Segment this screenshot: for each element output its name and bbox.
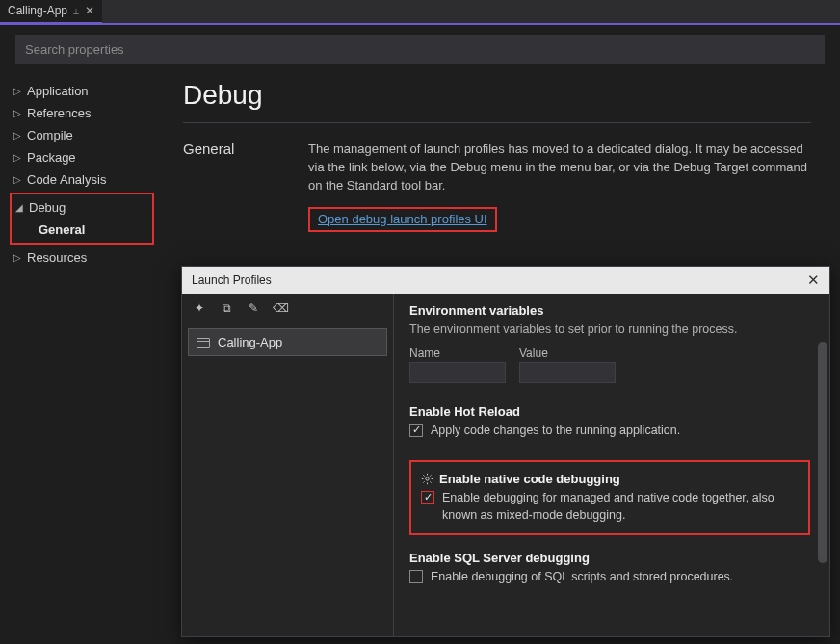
sql-debug-checkbox[interactable] — [409, 570, 423, 583]
sidebar-debug-highlight: ◢Debug General — [10, 193, 154, 245]
sidebar-item-application[interactable]: ▷Application — [10, 80, 154, 102]
section-body: The management of launch profiles has mo… — [308, 141, 811, 232]
hot-reload-group: Enable Hot Reload Apply code changes to … — [409, 404, 810, 440]
tab-bar: Calling-App ⟂ ✕ — [0, 0, 840, 25]
launch-profiles-link-highlight: Open debug launch profiles UI — [308, 207, 497, 233]
chevron-right-icon: ▷ — [13, 86, 27, 96]
sql-debug-group: Enable SQL Server debugging Enable debug… — [409, 551, 810, 586]
dialog-right-panel: Environment variables The environment va… — [394, 294, 829, 636]
svg-point-0 — [426, 477, 429, 480]
section-description: The management of launch profiles has mo… — [308, 141, 811, 195]
gear-icon — [421, 473, 433, 485]
project-icon — [197, 338, 210, 348]
profile-toolbar: ✦ ⧉ ✎ ⌫ — [182, 294, 393, 322]
content-area: Debug General The management of launch p… — [154, 70, 840, 269]
dialog-titlebar: Launch Profiles ✕ — [182, 267, 829, 294]
search-input[interactable] — [15, 35, 825, 64]
sidebar-item-resources[interactable]: ▷Resources — [10, 246, 154, 269]
delete-profile-icon[interactable]: ⌫ — [273, 300, 288, 316]
env-name-label: Name — [409, 347, 506, 360]
hot-reload-label: Apply code changes to the running applic… — [431, 423, 680, 440]
sidebar-item-code-analysis[interactable]: ▷Code Analysis — [10, 168, 154, 191]
launch-profiles-dialog: Launch Profiles ✕ ✦ ⧉ ✎ ⌫ Calling-App En… — [181, 266, 830, 637]
profile-name: Calling-App — [218, 335, 282, 349]
dialog-left-panel: ✦ ⧉ ✎ ⌫ Calling-App — [182, 294, 394, 636]
tab-title: Calling-App — [8, 4, 67, 17]
sidebar-item-references[interactable]: ▷References — [10, 102, 154, 124]
sidebar-item-debug[interactable]: ◢Debug — [12, 196, 152, 219]
sidebar-item-compile[interactable]: ▷Compile — [10, 124, 154, 146]
native-debug-label: Enable debugging for managed and native … — [442, 490, 799, 524]
env-desc: The environment variables to set prior t… — [409, 322, 810, 339]
hot-reload-title: Enable Hot Reload — [409, 404, 810, 419]
profile-item[interactable]: Calling-App — [188, 328, 387, 356]
env-name-input[interactable] — [409, 362, 506, 383]
document-tab[interactable]: Calling-App ⟂ ✕ — [0, 0, 102, 24]
profile-list: Calling-App — [182, 322, 393, 362]
sidebar-item-debug-general[interactable]: General — [12, 219, 152, 241]
sidebar-item-package[interactable]: ▷Package — [10, 146, 154, 168]
rename-profile-icon[interactable]: ✎ — [246, 300, 261, 316]
native-debug-checkbox[interactable] — [421, 491, 434, 504]
duplicate-profile-icon[interactable]: ⧉ — [219, 300, 234, 316]
chevron-right-icon: ▷ — [13, 252, 27, 263]
properties-sidebar: ▷Application ▷References ▷Compile ▷Packa… — [0, 70, 154, 269]
hot-reload-checkbox[interactable] — [409, 424, 423, 437]
chevron-down-icon: ◢ — [15, 202, 29, 213]
env-value-label: Value — [519, 347, 616, 360]
native-debug-highlight: Enable native code debugging Enable debu… — [409, 460, 810, 535]
new-profile-icon[interactable]: ✦ — [192, 300, 207, 316]
dialog-close-icon[interactable]: ✕ — [807, 271, 820, 289]
pin-icon[interactable]: ⟂ — [73, 6, 79, 16]
chevron-right-icon: ▷ — [13, 108, 27, 118]
env-value-input[interactable] — [519, 362, 616, 383]
chevron-right-icon: ▷ — [13, 174, 27, 185]
env-variables-group: Environment variables The environment va… — [409, 303, 810, 383]
sql-debug-title: Enable SQL Server debugging — [409, 551, 810, 565]
page-title: Debug — [183, 80, 811, 111]
open-launch-profiles-link[interactable]: Open debug launch profiles UI — [318, 212, 487, 226]
sql-debug-label: Enable debugging of SQL scripts and stor… — [431, 569, 733, 586]
chevron-right-icon: ▷ — [13, 130, 27, 141]
native-debug-title: Enable native code debugging — [421, 472, 799, 486]
dialog-title-text: Launch Profiles — [192, 273, 272, 287]
env-title: Environment variables — [409, 303, 810, 318]
divider — [183, 122, 811, 123]
close-icon[interactable]: ✕ — [85, 4, 94, 17]
section-label: General — [183, 141, 270, 232]
chevron-right-icon: ▷ — [13, 152, 27, 163]
scrollbar[interactable] — [818, 342, 827, 563]
search-row — [15, 35, 825, 64]
